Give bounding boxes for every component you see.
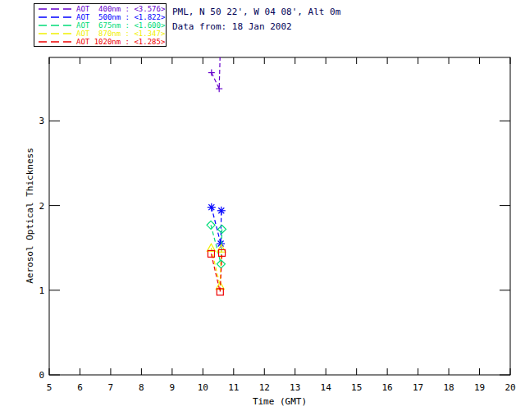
- x-tick-label: 20: [504, 382, 515, 393]
- x-tick-label: 12: [259, 382, 270, 393]
- x-axis-label: Time (GMT): [253, 396, 307, 407]
- x-tick-label: 18: [443, 382, 454, 393]
- x-tick-label: 19: [474, 382, 485, 393]
- aot-time-chart: 5678910111213141516171819200123Time (GMT…: [0, 0, 525, 420]
- x-tick-label: 17: [413, 382, 423, 393]
- x-tick-label: 9: [170, 382, 176, 393]
- axes: 5678910111213141516171819200123: [39, 57, 515, 393]
- x-tick-label: 15: [351, 382, 362, 393]
- x-tick-label: 5: [47, 382, 52, 393]
- x-tick-label: 8: [139, 382, 144, 393]
- y-tick-label: 0: [39, 370, 44, 381]
- x-tick-label: 7: [108, 382, 114, 393]
- plot-page: AOT 400nm : <3.576>AOT 500nm : <1.822>AO…: [0, 0, 525, 420]
- y-tick-label: 3: [39, 116, 44, 126]
- x-tick-label: 6: [77, 382, 83, 393]
- y-tick-label: 2: [39, 201, 44, 212]
- x-tick-label: 10: [198, 382, 208, 393]
- x-tick-label: 14: [321, 382, 332, 393]
- series-1020nm: [208, 249, 225, 294]
- x-tick-label: 13: [290, 382, 300, 393]
- y-tick-label: 1: [39, 285, 44, 296]
- x-tick-label: 16: [382, 382, 393, 393]
- x-tick-label: 11: [228, 382, 239, 393]
